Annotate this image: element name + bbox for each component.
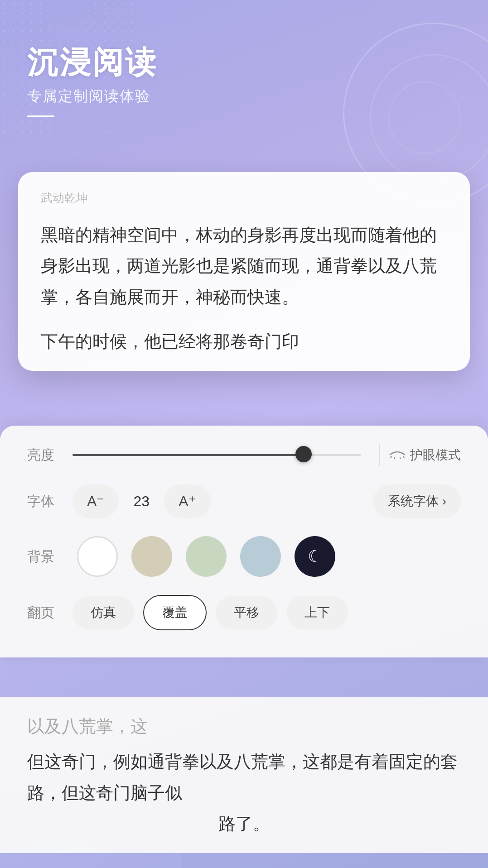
page-option-simulated[interactable]: 仿真	[72, 596, 134, 629]
header-divider	[27, 115, 54, 117]
font-label: 字体	[27, 492, 63, 511]
brightness-label: 亮度	[27, 446, 63, 465]
font-increase-button[interactable]: A⁺	[164, 484, 210, 518]
eye-icon	[389, 448, 406, 462]
bg-option-green[interactable]	[186, 536, 227, 577]
page-title: 沉浸阅读	[27, 45, 158, 79]
page-option-updown[interactable]: 上下	[286, 596, 348, 629]
chevron-right-icon: ›	[442, 494, 446, 508]
bottom-reading-text-2: 路了。	[27, 808, 461, 839]
bg-option-beige[interactable]	[131, 536, 172, 577]
bg-option-blue[interactable]	[240, 536, 281, 577]
page-label: 翻页	[27, 604, 63, 622]
page-option-slide[interactable]: 平移	[216, 596, 277, 629]
svg-line-3	[403, 456, 404, 458]
settings-panel: 亮度 护眼模式 字体 A⁻ 23 A⁺	[0, 426, 488, 657]
eye-protection-toggle[interactable]: 护眼模式	[389, 446, 461, 464]
reading-card: 武动乾坤 黑暗的精神空间中，林动的身影再度出现而随着他的身影出现，两道光影也是紧…	[18, 172, 470, 371]
divider	[379, 444, 380, 466]
svg-line-1	[394, 458, 395, 459]
header-section: 沉浸阅读 专属定制阅读体验	[27, 45, 158, 117]
background-row: 背景	[27, 536, 461, 577]
book-title: 武动乾坤	[41, 190, 447, 206]
svg-line-2	[400, 458, 401, 459]
font-size-display: 23	[128, 493, 155, 510]
brightness-row: 亮度 护眼模式	[27, 444, 461, 466]
slider-track	[72, 454, 361, 456]
brightness-slider-container[interactable]	[72, 453, 361, 457]
slider-fill	[72, 454, 304, 456]
background-label: 背景	[27, 547, 63, 566]
reading-text-paragraph1: 黑暗的精神空间中，林动的身影再度出现而随着他的身影出现，两道光影也是紧随而现，通…	[41, 220, 447, 312]
font-decrease-button[interactable]: A⁻	[72, 484, 119, 518]
page-turn-row: 翻页 仿真 覆盖 平移 上下	[27, 595, 461, 630]
font-family-label: 系统字体	[388, 493, 439, 510]
reading-text-paragraph2: 下午的时候，他已经将那卷奇门印	[41, 326, 447, 357]
bottom-reading-text-1: 但这奇门，例如通背拳以及八荒掌，这都是有着固定的套路，但这奇门脑子似	[27, 746, 461, 808]
brightness-slider-thumb[interactable]	[295, 446, 312, 462]
bg-option-dark[interactable]	[295, 536, 335, 577]
font-family-button[interactable]: 系统字体 ›	[373, 484, 461, 518]
svg-line-0	[391, 456, 391, 458]
page-subtitle: 专属定制阅读体验	[27, 86, 158, 106]
eye-protection-label: 护眼模式	[410, 446, 461, 464]
bottom-reading-area: 以及八荒掌，这 但这奇门，例如通背拳以及八荒掌，这都是有着固定的套路，但这奇门脑…	[0, 697, 488, 853]
bottom-text-blurred: 以及八荒掌，这	[27, 711, 461, 742]
bg-option-white[interactable]	[77, 536, 118, 577]
bg-decoration-circle-3	[388, 82, 461, 154]
page-option-cover[interactable]: 覆盖	[143, 595, 207, 630]
font-row: 字体 A⁻ 23 A⁺ 系统字体 ›	[27, 484, 461, 518]
